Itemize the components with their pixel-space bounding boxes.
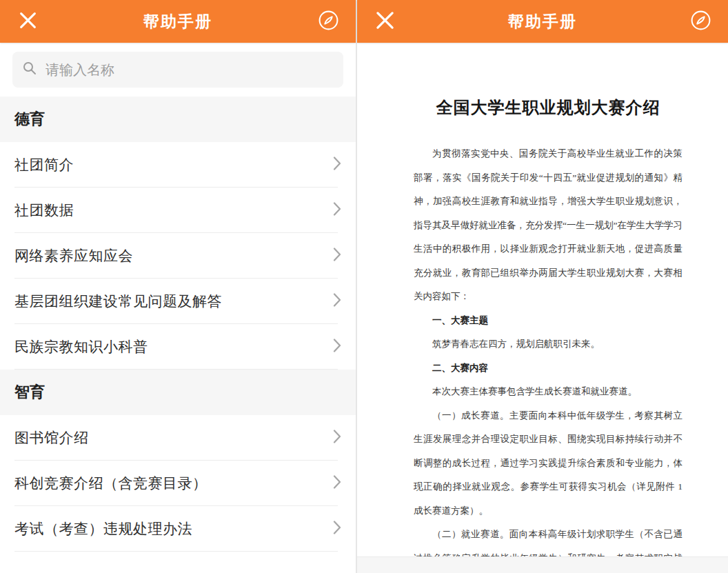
close-icon — [375, 10, 395, 33]
chevron-right-icon — [333, 156, 341, 174]
list-item-label: 网络素养应知应会 — [14, 246, 133, 265]
paragraph: （二）就业赛道。面向本科高年级计划求职学生（不含已通过推免等确定升学的毕业年级学… — [414, 523, 682, 556]
compass-button[interactable] — [316, 9, 341, 34]
list-item[interactable]: 考试（考查）违规处理办法 — [0, 506, 356, 552]
chevron-right-icon — [333, 292, 341, 310]
section-title: 智育 — [14, 382, 45, 403]
chevron-right-icon — [333, 201, 341, 219]
search-icon — [23, 61, 37, 78]
section-header-intellectual: 智育 — [0, 370, 356, 415]
page-title: 帮助手册 — [508, 11, 577, 32]
right-app-bar: 帮助手册 — [357, 0, 728, 43]
chevron-right-icon — [333, 429, 341, 447]
paragraph: （一）成长赛道。主要面向本科中低年级学生，考察其树立生涯发展理念并合理设定职业目… — [414, 404, 682, 523]
compass-icon — [689, 9, 712, 34]
list-item-label: 社团简介 — [14, 155, 74, 174]
list-item-label: 科创竞赛介绍（含竞赛目录） — [14, 474, 208, 493]
list-item[interactable]: 社团简介 — [0, 142, 356, 188]
list-item[interactable]: 民族宗教知识小科普 — [0, 324, 356, 370]
paragraph: 为贯彻落实党中央、国务院关于高校毕业生就业工作的决策部署，落实《国务院关于印发“… — [414, 142, 682, 309]
paragraph: 本次大赛主体赛事包含学生成长赛道和就业赛道。 — [414, 380, 682, 404]
heading: 一、大赛主题 — [414, 309, 682, 333]
list-item[interactable]: 科创竞赛介绍（含竞赛目录） — [0, 461, 356, 506]
list-item-label: 民族宗教知识小科普 — [14, 337, 148, 356]
left-app-bar: 帮助手册 — [0, 0, 356, 43]
close-button[interactable] — [372, 9, 397, 34]
compass-icon — [317, 9, 340, 34]
chevron-right-icon — [333, 520, 341, 538]
help-article-screen: 帮助手册 全国大学生职业规划大赛介绍 为贯彻落实党中央、国务院关于高校毕业生就业… — [357, 0, 728, 573]
page-bottom-strip — [357, 556, 728, 573]
chevron-right-icon — [333, 474, 341, 492]
close-icon — [19, 11, 37, 32]
compass-button[interactable] — [688, 9, 713, 34]
list-item[interactable]: 基层团组织建设常见问题及解答 — [0, 279, 356, 324]
list-item-label: 图书馆介绍 — [14, 428, 89, 448]
app: 帮助手册 德育 社团简介 — [0, 0, 728, 573]
search-input[interactable] — [44, 61, 333, 79]
list-item-label: 基层团组织建设常见问题及解答 — [14, 292, 222, 311]
section-header-moral: 德育 — [0, 97, 356, 142]
search-box[interactable] — [12, 52, 343, 88]
help-list-screen: 帮助手册 德育 社团简介 — [0, 0, 356, 573]
list-item[interactable]: 社团数据 — [0, 188, 356, 233]
list-item-label: 社团数据 — [14, 201, 74, 220]
section-title: 德育 — [14, 109, 45, 130]
list-item[interactable]: 网络素养应知应会 — [0, 233, 356, 279]
document-title: 全国大学生职业规划大赛介绍 — [414, 97, 682, 119]
chevron-right-icon — [333, 247, 341, 265]
search-bar-area — [0, 43, 356, 97]
close-button[interactable] — [15, 9, 40, 34]
paragraph: 筑梦青春志在四方，规划启航职引未来。 — [414, 332, 682, 356]
chevron-right-icon — [333, 338, 341, 356]
list-item[interactable]: 图书馆介绍 — [0, 415, 356, 461]
document-scroll-area[interactable]: 全国大学生职业规划大赛介绍 为贯彻落实党中央、国务院关于高校毕业生就业工作的决策… — [357, 43, 728, 556]
list-item-label: 考试（考查）违规处理办法 — [14, 519, 192, 539]
heading: 二、大赛内容 — [414, 356, 682, 381]
document-body: 为贯彻落实党中央、国务院关于高校毕业生就业工作的决策部署，落实《国务院关于印发“… — [414, 142, 682, 556]
page-title: 帮助手册 — [143, 11, 212, 32]
